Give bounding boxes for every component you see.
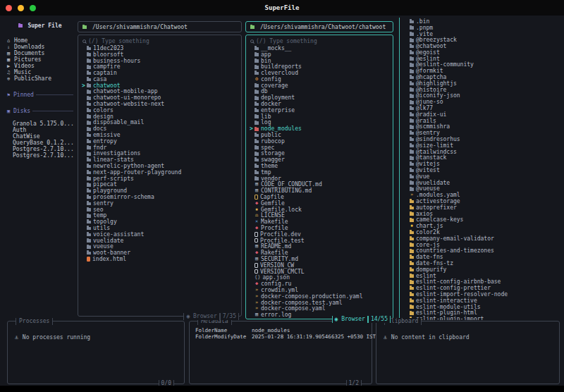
file-row[interactable]: bin bbox=[250, 58, 393, 64]
file-row[interactable]: ▤CONTRIBUTING.md bbox=[250, 188, 393, 194]
file-row[interactable]: ⚙config bbox=[250, 76, 393, 82]
file-row[interactable]: chatwoot-mobile-app bbox=[82, 89, 241, 95]
file-row[interactable]: business-hours bbox=[82, 58, 241, 64]
file-row[interactable]: »docker-compose.production.yaml bbox=[250, 293, 393, 300]
file-row[interactable]: pipecat bbox=[82, 182, 241, 188]
disk-item[interactable]: ChatWise bbox=[6, 133, 75, 140]
file-row[interactable]: date-fns-tz bbox=[405, 260, 563, 267]
file-row[interactable]: countries-and-timezones bbox=[405, 247, 563, 254]
file-row[interactable]: date-fns bbox=[405, 254, 563, 260]
file-row[interactable]: ▤SECURITY.md bbox=[250, 256, 393, 262]
file-row[interactable]: eslint-plugin-html bbox=[405, 310, 563, 316]
file-row[interactable]: @egoist bbox=[405, 49, 563, 56]
file-row[interactable]: perf-scripts bbox=[82, 176, 241, 182]
file-row[interactable]: @sentry bbox=[405, 130, 563, 136]
file-row[interactable]: newrelic-python-agent bbox=[82, 163, 241, 169]
file-row[interactable]: ◆config.ru bbox=[250, 281, 393, 287]
file-row[interactable]: clevercloud bbox=[250, 70, 393, 76]
file-row[interactable]: docker bbox=[250, 101, 393, 107]
file-row[interactable]: ×Makefile bbox=[250, 219, 393, 225]
file-row[interactable]: theme bbox=[250, 163, 393, 169]
file-row[interactable]: @eslint bbox=[405, 56, 563, 62]
file-row[interactable]: casa bbox=[82, 76, 241, 82]
file-row[interactable]: vuelidate bbox=[82, 238, 241, 244]
file-row[interactable]: ».modules.yaml bbox=[405, 192, 563, 198]
file-row[interactable]: VERSION_CMCTL bbox=[250, 269, 393, 275]
file-row[interactable]: Procfile.dev bbox=[250, 231, 393, 238]
file-row[interactable]: log bbox=[250, 120, 393, 126]
file-row[interactable]: app bbox=[250, 51, 393, 58]
file-row[interactable]: @breezystack bbox=[405, 37, 563, 43]
file-row[interactable]: ▪chart.js bbox=[405, 223, 563, 229]
file-row[interactable]: linear-stats bbox=[82, 157, 241, 163]
file-row[interactable]: eslint-config-prettier bbox=[405, 285, 563, 291]
file-row[interactable]: »docker-compose.test.yaml bbox=[250, 300, 393, 306]
file-row[interactable]: rubocop bbox=[250, 138, 393, 145]
sidebar-item-home[interactable]: ⌂Home bbox=[6, 37, 75, 44]
file-row[interactable]: @tanstack bbox=[405, 155, 563, 161]
file-row[interactable]: campfire bbox=[82, 63, 241, 70]
search-input[interactable]: (/) Type something bbox=[82, 37, 241, 44]
file-row[interactable]: ⚖LICENSE bbox=[250, 213, 393, 219]
file-row[interactable]: swagger bbox=[250, 157, 393, 163]
file-row[interactable]: prosemirror-schema bbox=[82, 194, 241, 200]
file-row[interactable]: eslint bbox=[405, 273, 563, 279]
file-row[interactable]: lib bbox=[250, 114, 393, 120]
file-row[interactable]: core-js bbox=[405, 242, 563, 248]
file-row[interactable]: storage bbox=[250, 151, 393, 157]
file-row[interactable]: @vitejs bbox=[405, 161, 563, 167]
file-row[interactable]: temp bbox=[82, 213, 241, 219]
file-row[interactable]: ◆Procfile bbox=[250, 225, 393, 231]
file-row[interactable]: investigations bbox=[82, 151, 241, 157]
file-row[interactable]: eslint-config-airbnb-base bbox=[405, 278, 563, 285]
file-row[interactable]: @lk77 bbox=[405, 105, 563, 111]
file-row[interactable]: .vite bbox=[405, 31, 563, 37]
file-row[interactable]: activestorage bbox=[405, 198, 563, 204]
file-row[interactable]: ▤CODE_OF_CONDUCT.md bbox=[250, 182, 393, 188]
file-row[interactable]: @vuelidate bbox=[405, 180, 563, 186]
file-row[interactable]: dompurify bbox=[405, 267, 563, 273]
file-row[interactable]: utils bbox=[82, 225, 241, 231]
file-row[interactable]: @sindresorhus bbox=[405, 136, 563, 142]
disk-item[interactable]: Granola 5.175.0... bbox=[6, 121, 75, 127]
file-row[interactable]: @vueuse bbox=[405, 186, 563, 192]
close-button[interactable] bbox=[6, 5, 12, 11]
path-bar[interactable]: /Users/shivammishra/Chatwoot/chatwoot bbox=[245, 21, 393, 32]
file-row[interactable]: db bbox=[250, 89, 393, 95]
sidebar-item-pictures[interactable]: ▦Pictures bbox=[6, 56, 75, 63]
file-row[interactable]: @chatwoot bbox=[405, 43, 563, 49]
file-row[interactable]: »crowdin.yml bbox=[250, 287, 393, 293]
file-row[interactable]: @hcaptcha bbox=[405, 74, 563, 80]
file-row[interactable]: captain bbox=[82, 70, 241, 76]
disk-item[interactable]: QueryBase 0.1.2... bbox=[6, 140, 75, 146]
file-row[interactable]: {}app.json bbox=[250, 274, 393, 281]
file-row[interactable]: @vitest bbox=[405, 167, 563, 173]
file-row[interactable]: ◆Rakefile bbox=[250, 250, 393, 256]
file-row[interactable]: eslint-interactive bbox=[405, 298, 563, 304]
file-row[interactable]: @highlightjs bbox=[405, 80, 563, 87]
file-row[interactable]: colors bbox=[82, 107, 241, 114]
sidebar-item-downloads[interactable]: ⇓Downloads bbox=[6, 44, 75, 50]
file-row[interactable]: coverage bbox=[250, 82, 393, 89]
file-row[interactable]: enterprise bbox=[250, 107, 393, 114]
file-row[interactable]: @tailwindcss bbox=[405, 149, 563, 155]
file-row[interactable]: public bbox=[250, 132, 393, 138]
file-row[interactable]: @size-limit bbox=[405, 142, 563, 149]
file-row[interactable]: deployment bbox=[250, 94, 393, 101]
file-row[interactable]: camelcase-keys bbox=[405, 217, 563, 223]
path-bar[interactable]: /Users/shivammishra/Chatwoot bbox=[78, 21, 242, 32]
file-row[interactable]: seo bbox=[82, 207, 241, 213]
file-row[interactable]: emissive bbox=[82, 132, 241, 138]
file-row[interactable]: @scmmishra bbox=[405, 124, 563, 130]
file-row[interactable]: @radix-ui bbox=[405, 111, 563, 118]
file-row[interactable]: autoprefixer bbox=[405, 204, 563, 211]
file-row[interactable]: @formkit bbox=[405, 68, 563, 74]
file-row[interactable]: color2k bbox=[405, 229, 563, 235]
file-row[interactable]: VERSION_CW bbox=[250, 262, 393, 269]
file-row[interactable]: >chatwoot bbox=[82, 82, 241, 89]
file-row[interactable]: chatwoot-website-next bbox=[82, 101, 241, 107]
file-row[interactable]: buildreports bbox=[250, 63, 393, 70]
file-row[interactable]: @histoire bbox=[405, 87, 563, 93]
file-row[interactable]: Procfile.test bbox=[250, 238, 393, 244]
file-row[interactable]: next-app-router-playground bbox=[82, 169, 241, 176]
